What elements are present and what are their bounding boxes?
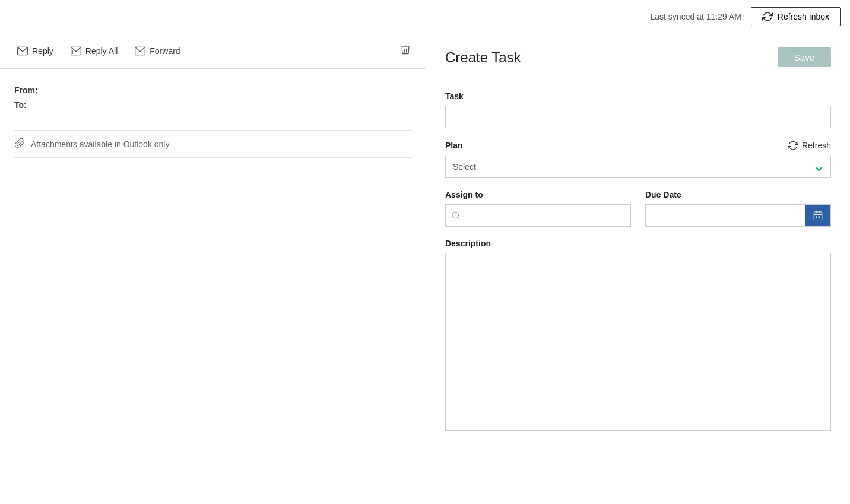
assign-search-wrapper bbox=[445, 204, 631, 227]
email-toolbar: Reply Reply All Forward bbox=[0, 33, 426, 69]
task-header: Create Task Save bbox=[445, 47, 831, 67]
email-meta: From: To: bbox=[14, 83, 411, 113]
forward-label: Forward bbox=[150, 46, 180, 56]
reply-all-icon bbox=[70, 45, 82, 57]
svg-line-5 bbox=[458, 217, 459, 219]
task-divider bbox=[445, 77, 831, 77]
calendar-button[interactable] bbox=[805, 205, 830, 226]
svg-rect-11 bbox=[819, 217, 820, 218]
task-label: Task bbox=[445, 91, 831, 101]
plan-field-group: Plan Refresh Select ⌄ bbox=[445, 140, 831, 178]
search-icon bbox=[451, 211, 461, 220]
task-panel-title: Create Task bbox=[445, 49, 521, 66]
email-panel: Reply Reply All Forward bbox=[0, 33, 426, 504]
svg-rect-6 bbox=[814, 212, 822, 220]
email-body: From: To: Attachments available in Outlo… bbox=[0, 69, 426, 504]
plan-row: Plan Refresh bbox=[445, 140, 831, 151]
description-textarea[interactable] bbox=[445, 253, 831, 431]
refresh-inbox-label: Refresh Inbox bbox=[778, 12, 829, 21]
assign-input[interactable] bbox=[445, 204, 631, 227]
due-date-label: Due Date bbox=[645, 190, 831, 199]
plan-select-wrapper: Select ⌄ bbox=[445, 156, 831, 178]
plan-refresh-button[interactable]: Refresh bbox=[788, 140, 831, 151]
refresh-inbox-button[interactable]: Refresh Inbox bbox=[751, 7, 841, 26]
due-date-group: Due Date 3/16/2018 bbox=[645, 190, 831, 227]
save-button[interactable]: Save bbox=[778, 47, 831, 67]
attachments-text: Attachments available in Outlook only bbox=[31, 140, 169, 149]
email-divider bbox=[14, 125, 411, 125]
reply-button[interactable]: Reply bbox=[9, 40, 61, 62]
refresh-icon bbox=[762, 11, 773, 22]
paperclip-icon bbox=[14, 138, 25, 150]
attachments-row: Attachments available in Outlook only bbox=[14, 130, 411, 158]
reply-all-button[interactable]: Reply All bbox=[63, 40, 125, 62]
plan-select[interactable]: Select bbox=[445, 156, 831, 178]
assign-label: Assign to bbox=[445, 190, 631, 199]
reply-all-label: Reply All bbox=[85, 46, 118, 56]
assign-duedate-row: Assign to Due Date 3/16/2018 bbox=[445, 190, 831, 227]
forward-button[interactable]: Forward bbox=[127, 40, 187, 62]
task-panel: Create Task Save Task Plan Refresh bbox=[426, 33, 850, 504]
sync-status: Last synced at 11:29 AM bbox=[651, 12, 741, 21]
main-layout: Reply Reply All Forward bbox=[0, 33, 850, 504]
reply-icon bbox=[17, 45, 28, 57]
task-field-group: Task bbox=[445, 91, 831, 128]
task-input[interactable] bbox=[445, 106, 831, 128]
assign-group: Assign to bbox=[445, 190, 631, 227]
forward-icon bbox=[134, 45, 146, 57]
plan-refresh-label: Refresh bbox=[802, 141, 831, 150]
plan-label: Plan bbox=[445, 141, 463, 150]
plan-refresh-icon bbox=[788, 140, 798, 151]
due-date-wrapper: 3/16/2018 bbox=[645, 204, 831, 227]
from-label: From: bbox=[14, 85, 38, 95]
trash-icon bbox=[399, 44, 411, 56]
delete-button[interactable] bbox=[395, 39, 416, 62]
reply-label: Reply bbox=[32, 46, 53, 56]
top-bar: Last synced at 11:29 AM Refresh Inbox bbox=[0, 0, 850, 33]
description-label: Description bbox=[445, 239, 831, 248]
calendar-icon bbox=[813, 210, 823, 221]
svg-rect-10 bbox=[816, 217, 817, 218]
to-label: To: bbox=[14, 100, 27, 110]
description-group: Description bbox=[445, 239, 831, 433]
due-date-input[interactable]: 3/16/2018 bbox=[646, 205, 805, 226]
